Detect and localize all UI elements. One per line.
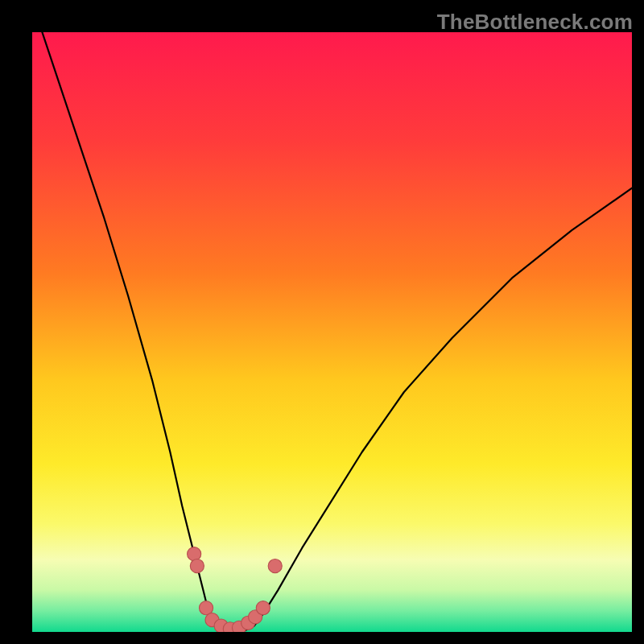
watermark-text: TheBottleneck.com: [437, 10, 633, 35]
data-marker: [190, 559, 204, 572]
plot-area: [32, 32, 632, 632]
data-marker: [188, 547, 201, 561]
marker-group: [188, 547, 283, 632]
chart-frame: TheBottleneck.com: [0, 0, 644, 644]
data-marker: [256, 601, 270, 615]
series-group: [32, 32, 632, 632]
chart-svg: [32, 32, 632, 632]
bottleneck-curve: [32, 32, 632, 632]
data-marker: [268, 559, 282, 572]
